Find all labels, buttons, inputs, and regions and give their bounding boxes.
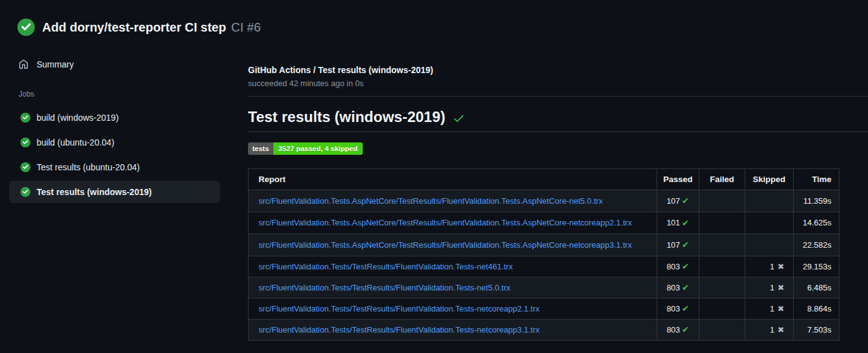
sidebar: Summary Jobs build (windows-2019) build …: [0, 54, 229, 206]
job-label: build (windows-2019): [37, 112, 118, 123]
table-row: src/FluentValidation.Tests.AspNetCore/Te…: [249, 212, 839, 234]
table-row: src/FluentValidation.Tests/TestResults/F…: [249, 277, 839, 298]
run-title: Add dorny/test-reporter CI step: [42, 20, 226, 34]
check-icon: ✔: [682, 304, 689, 313]
check-icon: ✔: [682, 325, 689, 334]
report-link[interactable]: src/FluentValidation.Tests.AspNetCore/Te…: [259, 240, 632, 250]
report-link[interactable]: src/FluentValidation.Tests.AspNetCore/Te…: [259, 218, 632, 227]
run-number: CI #6: [231, 20, 261, 34]
check-icon: ✔: [682, 196, 689, 205]
table-row: src/FluentValidation.Tests.AspNetCore/Te…: [249, 190, 839, 212]
report-link[interactable]: src/FluentValidation.Tests/TestResults/F…: [259, 262, 513, 271]
check-icon: ✔: [682, 240, 689, 249]
badge-value: 3527 passed, 4 skipped: [273, 142, 363, 155]
table-header-row: Report Passed Failed Skipped Time: [249, 169, 839, 190]
sidebar-item-summary[interactable]: Summary: [0, 54, 229, 74]
success-check-circle-icon: [20, 113, 30, 123]
time-value: 22.582s: [803, 240, 831, 250]
table-row: src/FluentValidation.Tests/TestResults/F…: [249, 298, 839, 319]
report-link[interactable]: src/FluentValidation.Tests/TestResults/F…: [259, 325, 539, 334]
passed-count: 101: [666, 218, 680, 227]
home-icon: [19, 59, 29, 69]
check-icon: ✔: [682, 262, 689, 271]
skipped-count: 1: [770, 304, 774, 313]
divider: [248, 96, 868, 97]
report-link[interactable]: src/FluentValidation.Tests/TestResults/F…: [259, 283, 510, 292]
passed-count: 107: [666, 196, 680, 206]
check-run-status: succeeded 42 minutes ago in 0s: [248, 78, 868, 89]
success-check-circle-icon: [20, 137, 30, 147]
passed-count: 803: [666, 304, 680, 313]
time-value: 8.864s: [807, 304, 831, 313]
time-value: 7.503s: [807, 325, 831, 334]
check-icon: ✔: [682, 219, 689, 227]
skipped-count: 1: [770, 283, 774, 292]
report-link[interactable]: src/FluentValidation.Tests/TestResults/F…: [259, 304, 539, 313]
time-value: 6.485s: [807, 283, 831, 292]
badge-row: tests 3527 passed, 4 skipped: [248, 142, 868, 155]
test-results-table: Report Passed Failed Skipped Time src/Fl…: [248, 168, 839, 341]
tests-badge: tests 3527 passed, 4 skipped: [248, 142, 363, 155]
skip-x-icon: ✖: [777, 284, 784, 292]
section-heading: Test results (windows-2019): [248, 108, 868, 132]
passed-count: 107: [666, 240, 680, 250]
job-label: Test results (ubuntu-20.04): [37, 162, 140, 173]
table-row: src/FluentValidation.Tests/TestResults/F…: [249, 256, 839, 277]
run-header: Add dorny/test-reporter CI stepCI #6: [17, 19, 261, 36]
passed-count: 803: [666, 325, 680, 334]
sidebar-job-item[interactable]: Test results (ubuntu-20.04): [9, 156, 220, 178]
section-title: Test results (windows-2019): [248, 108, 445, 126]
column-header-failed: Failed: [699, 169, 745, 190]
table-row: src/FluentValidation.Tests/TestResults/F…: [249, 319, 839, 340]
time-value: 11.359s: [804, 196, 831, 206]
skipped-count: 1: [770, 325, 774, 334]
success-check-circle-icon: [17, 19, 35, 36]
report-link[interactable]: src/FluentValidation.Tests.AspNetCore/Te…: [259, 196, 603, 206]
jobs-heading: Jobs: [19, 89, 229, 99]
column-header-report: Report: [249, 169, 657, 190]
passed-count: 803: [666, 262, 680, 271]
column-header-passed: Passed: [657, 169, 699, 190]
sidebar-job-item[interactable]: build (windows-2019): [9, 107, 220, 129]
skipped-count: 1: [770, 262, 774, 271]
summary-label: Summary: [37, 59, 74, 69]
check-icon: ✔: [682, 283, 689, 292]
sidebar-job-item[interactable]: Test results (windows-2019): [9, 181, 220, 203]
table-row: src/FluentValidation.Tests.AspNetCore/Te…: [249, 234, 839, 256]
skip-x-icon: ✖: [777, 263, 784, 271]
skip-x-icon: ✖: [777, 326, 784, 334]
column-header-time: Time: [794, 169, 839, 190]
sidebar-job-item[interactable]: build (ubuntu-20.04): [9, 131, 220, 154]
job-list: build (windows-2019) build (ubuntu-20.04…: [0, 107, 229, 203]
job-label: Test results (windows-2019): [37, 186, 152, 198]
check-run-title: GitHub Actions / Test results (windows-2…: [248, 64, 868, 76]
success-check-circle-icon: [20, 187, 30, 197]
main-content: GitHub Actions / Test results (windows-2…: [248, 61, 868, 341]
passed-count: 803: [666, 283, 680, 292]
time-value: 29.153s: [803, 262, 831, 271]
success-check-circle-icon: [20, 162, 30, 172]
badge-label: tests: [248, 142, 273, 155]
check-icon: [453, 112, 465, 124]
time-value: 14.625s: [803, 218, 831, 227]
column-header-skipped: Skipped: [745, 169, 794, 190]
skip-x-icon: ✖: [777, 305, 784, 313]
job-label: build (ubuntu-20.04): [37, 137, 114, 148]
